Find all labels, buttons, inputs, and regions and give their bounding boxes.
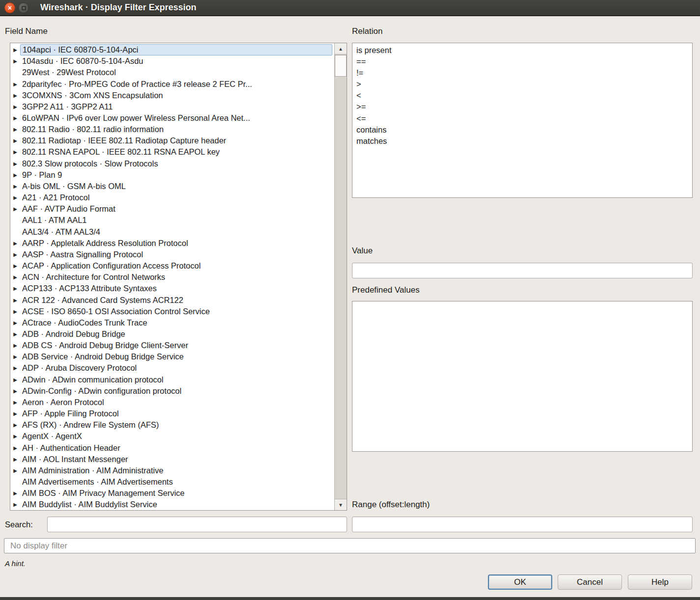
field-name-list[interactable]: ▶104apci · IEC 60870-5-104-Apci▶104asdu … xyxy=(10,43,347,511)
display-filter-preview[interactable] xyxy=(4,538,696,553)
range-input[interactable] xyxy=(352,517,693,532)
list-item[interactable]: ▶9P · Plan 9 xyxy=(10,169,334,181)
expander-icon[interactable]: ▶ xyxy=(10,90,20,101)
expander-icon[interactable]: ▶ xyxy=(10,442,20,454)
list-item[interactable]: ▶A-bis OML · GSM A-bis OML xyxy=(10,181,334,192)
expander-icon[interactable]: ▶ xyxy=(10,306,20,317)
field-list-scrollbar[interactable]: ▲ ▼ xyxy=(334,43,347,510)
expander-icon[interactable]: ▶ xyxy=(10,328,20,340)
expander-icon[interactable]: ▶ xyxy=(10,238,20,249)
expander-icon[interactable]: ▶ xyxy=(10,397,20,408)
ok-button[interactable]: OK xyxy=(488,574,552,590)
list-item[interactable]: ▶AAF · AVTP Audio Format xyxy=(10,203,334,215)
expander-icon[interactable]: ▶ xyxy=(10,44,20,55)
expander-icon[interactable]: ▶ xyxy=(10,101,20,112)
relation-option[interactable]: < xyxy=(352,90,692,101)
scroll-up-icon[interactable]: ▲ xyxy=(335,43,347,55)
expander-icon[interactable]: ▶ xyxy=(10,158,20,169)
minimize-icon[interactable] xyxy=(18,2,29,13)
list-item[interactable]: ▶AH · Authentication Header xyxy=(10,442,334,453)
expander-icon[interactable]: ▶ xyxy=(10,146,20,158)
expander-icon[interactable]: ▶ xyxy=(10,385,20,397)
list-item[interactable]: ▶ADwin · ADwin communication protocol xyxy=(10,374,334,385)
expander-icon[interactable]: ▶ xyxy=(10,465,20,476)
expander-icon[interactable]: ▶ xyxy=(10,55,20,67)
expander-icon[interactable]: ▶ xyxy=(10,419,20,431)
list-item[interactable]: ▶2dparityfec · Pro-MPEG Code of Practice… xyxy=(10,78,334,89)
list-item[interactable]: ▶6LoWPAN · IPv6 over Low power Wireless … xyxy=(10,112,334,124)
list-item[interactable]: ▶104apci · IEC 60870-5-104-Apci xyxy=(10,44,334,55)
list-item[interactable]: ▶ADB CS · Android Debug Bridge Client-Se… xyxy=(10,340,334,351)
expander-icon[interactable]: ▶ xyxy=(10,295,20,306)
expander-icon[interactable]: ▶ xyxy=(10,351,20,362)
cancel-button[interactable]: Cancel xyxy=(558,574,622,590)
relation-option[interactable]: > xyxy=(352,79,692,90)
list-item[interactable]: ▶ACN · Architecture for Control Networks xyxy=(10,272,334,283)
list-item[interactable]: ▶AIM BOS · AIM Privacy Management Servic… xyxy=(10,488,334,499)
scrollbar-thumb[interactable] xyxy=(335,55,347,77)
list-item[interactable]: ▶AIM · AOL Instant Messenger xyxy=(10,454,334,465)
expander-icon[interactable]: ▶ xyxy=(10,431,20,442)
list-item[interactable]: ▶ACP133 · ACP133 Attribute Syntaxes xyxy=(10,283,334,294)
help-button[interactable]: Help xyxy=(628,574,692,590)
list-item[interactable]: ▶ADB Service · Android Debug Bridge Serv… xyxy=(10,351,334,362)
list-item[interactable]: 29West · 29West Protocol xyxy=(10,67,334,78)
relation-option[interactable]: >= xyxy=(352,101,692,112)
relation-option[interactable]: matches xyxy=(352,136,692,147)
list-item[interactable]: ▶AARP · Appletalk Address Resolution Pro… xyxy=(10,238,334,249)
list-item[interactable]: ▶AIM Administration · AIM Administrative xyxy=(10,465,334,476)
expander-icon[interactable]: ▶ xyxy=(10,124,20,135)
list-item[interactable]: ▶AASP · Aastra Signalling Protocol xyxy=(10,249,334,260)
list-item[interactable]: AAL1 · ATM AAL1 xyxy=(10,215,334,226)
expander-icon[interactable]: ▶ xyxy=(10,169,20,181)
predefined-values-list[interactable] xyxy=(352,301,693,452)
expander-icon[interactable]: ▶ xyxy=(10,408,20,419)
value-input[interactable] xyxy=(352,263,693,278)
relation-option[interactable]: == xyxy=(352,56,692,67)
expander-icon[interactable]: ▶ xyxy=(10,317,20,328)
list-item[interactable]: ▶3GPP2 A11 · 3GPP2 A11 xyxy=(10,101,334,112)
expander-icon[interactable]: ▶ xyxy=(10,249,20,260)
expander-icon[interactable]: ▶ xyxy=(10,499,20,510)
list-item[interactable]: ▶ADP · Aruba Discovery Protocol xyxy=(10,362,334,374)
list-item[interactable]: ▶104asdu · IEC 60870-5-104-Asdu xyxy=(10,55,334,67)
relation-option[interactable]: contains xyxy=(352,124,692,136)
expander-icon[interactable]: ▶ xyxy=(10,135,20,146)
list-item[interactable]: ▶ACR 122 · Advanced Card Systems ACR122 xyxy=(10,294,334,305)
expander-icon[interactable]: ▶ xyxy=(10,112,20,124)
list-item[interactable]: ▶3COMXNS · 3Com XNS Encapsulation xyxy=(10,90,334,101)
relation-option[interactable]: <= xyxy=(352,113,692,124)
relation-option[interactable]: != xyxy=(352,67,692,79)
list-item[interactable]: ▶Aeron · Aeron Protocol xyxy=(10,397,334,408)
close-icon[interactable]: × xyxy=(4,2,15,13)
expander-icon[interactable]: ▶ xyxy=(10,192,20,203)
list-item[interactable]: ▶ADwin-Config · ADwin configuration prot… xyxy=(10,385,334,397)
search-input[interactable] xyxy=(47,517,347,532)
list-item[interactable]: ▶ACtrace · AudioCodes Trunk Trace xyxy=(10,317,334,328)
expander-icon[interactable]: ▶ xyxy=(10,181,20,192)
expander-icon[interactable]: ▶ xyxy=(10,79,20,90)
list-item[interactable]: ▶AgentX · AgentX xyxy=(10,431,334,442)
expander-icon[interactable]: ▶ xyxy=(10,283,20,294)
list-item[interactable]: AAL3/4 · ATM AAL3/4 xyxy=(10,226,334,238)
list-item[interactable]: ▶802.11 Radio · 802.11 radio information xyxy=(10,124,334,135)
expander-icon[interactable]: ▶ xyxy=(10,203,20,215)
expander-icon[interactable]: ▶ xyxy=(10,362,20,374)
expander-icon[interactable]: ▶ xyxy=(10,272,20,283)
list-item[interactable]: ▶ADB · Android Debug Bridge xyxy=(10,328,334,340)
expander-icon[interactable]: ▶ xyxy=(10,488,20,499)
list-item[interactable]: ▶802.3 Slow protocols · Slow Protocols xyxy=(10,158,334,169)
relation-list[interactable]: is present==!=><>=<=containsmatches xyxy=(352,43,693,198)
expander-icon[interactable]: ▶ xyxy=(10,340,20,351)
list-item[interactable]: ▶A21 · A21 Protocol xyxy=(10,192,334,203)
expander-icon[interactable]: ▶ xyxy=(10,260,20,272)
expander-icon[interactable]: ▶ xyxy=(10,454,20,465)
list-item[interactable]: ▶AFP · Apple Filing Protocol xyxy=(10,408,334,419)
list-item[interactable]: ▶AFS (RX) · Andrew File System (AFS) xyxy=(10,419,334,431)
list-item[interactable]: ▶ACAP · Application Configuration Access… xyxy=(10,260,334,272)
list-item[interactable]: ▶802.11 Radiotap · IEEE 802.11 Radiotap … xyxy=(10,135,334,146)
list-item[interactable]: ▶802.11 RSNA EAPOL · IEEE 802.11 RSNA EA… xyxy=(10,146,334,158)
expander-icon[interactable]: ▶ xyxy=(10,374,20,385)
list-item[interactable]: ▶ACSE · ISO 8650-1 OSI Association Contr… xyxy=(10,306,334,317)
relation-option[interactable]: is present xyxy=(352,45,692,56)
